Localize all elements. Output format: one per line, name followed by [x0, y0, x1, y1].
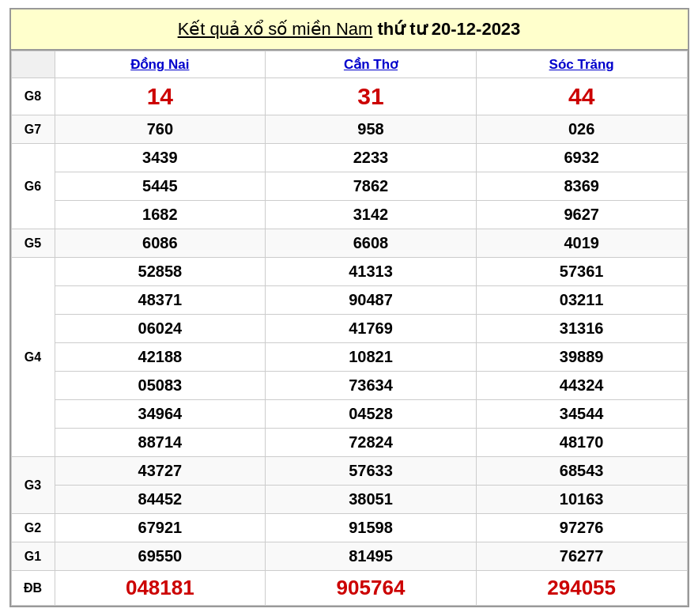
g6-r2-col1: 5445 — [55, 172, 266, 201]
g4-r3-col3: 31316 — [476, 315, 687, 343]
g6-r2-col3: 8369 — [476, 172, 687, 201]
g7-col2: 958 — [266, 115, 477, 144]
table-row: 06024 41769 31316 — [11, 315, 687, 343]
g2-col2: 91598 — [266, 514, 477, 542]
row-label-g7: G7 — [11, 115, 55, 144]
g4-r2-col3: 03211 — [476, 286, 687, 315]
header-thu: thứ tư — [372, 19, 431, 39]
table-row: 05083 73634 44324 — [11, 372, 687, 400]
g4-r4-col3: 39889 — [476, 343, 687, 372]
results-table: Đồng Nai Cần Thơ Sóc Trăng G8 14 31 44 G… — [11, 51, 688, 606]
g7-col1: 760 — [55, 115, 266, 144]
g4-r5-col3: 44324 — [476, 372, 687, 400]
table-row: 5445 7862 8369 — [11, 172, 687, 201]
table-row: 88714 72824 48170 — [11, 429, 687, 457]
db-col3: 294055 — [476, 571, 687, 606]
g6-r3-col2: 3142 — [266, 201, 477, 229]
g3-r1-col2: 57633 — [266, 457, 477, 486]
table-row: G8 14 31 44 — [11, 78, 687, 115]
g4-r7-col2: 72824 — [266, 429, 477, 457]
g1-col3: 76277 — [476, 542, 687, 571]
header-col2: Cần Thơ — [266, 51, 477, 78]
g4-r2-col2: 90487 — [266, 286, 477, 315]
table-row: G7 760 958 026 — [11, 115, 687, 144]
g2-col3: 97276 — [476, 514, 687, 542]
table-row: ĐB 048181 905764 294055 — [11, 571, 687, 606]
g4-r4-col2: 10821 — [266, 343, 477, 372]
table-row: G4 52858 41313 57361 — [11, 258, 687, 286]
g6-r1-col2: 2233 — [266, 144, 477, 172]
row-label-g5: G5 — [11, 229, 55, 258]
g4-r3-col1: 06024 — [55, 315, 266, 343]
header-kq: Kết quả xổ số miền Nam — [178, 19, 373, 39]
g8-col1: 14 — [55, 78, 266, 115]
g2-col1: 67921 — [55, 514, 266, 542]
g4-r2-col1: 48371 — [55, 286, 266, 315]
header-col3: Sóc Trăng — [476, 51, 687, 78]
g4-r6-col3: 34544 — [476, 400, 687, 429]
g3-r1-col1: 43727 — [55, 457, 266, 486]
table-row: 34964 04528 34544 — [11, 400, 687, 429]
table-row: G1 69550 81495 76277 — [11, 542, 687, 571]
g6-r1-col3: 6932 — [476, 144, 687, 172]
g3-r2-col2: 38051 — [266, 486, 477, 514]
g4-r7-col1: 88714 — [55, 429, 266, 457]
main-container: Kết quả xổ số miền Nam thứ tư 20-12-2023… — [9, 8, 689, 607]
table-header-row: Đồng Nai Cần Thơ Sóc Trăng — [11, 51, 687, 78]
g4-r3-col2: 41769 — [266, 315, 477, 343]
table-row: G6 3439 2233 6932 — [11, 144, 687, 172]
page-header: Kết quả xổ số miền Nam thứ tư 20-12-2023 — [11, 9, 688, 51]
g6-r3-col1: 1682 — [55, 201, 266, 229]
header-empty — [11, 51, 55, 78]
g7-col3: 026 — [476, 115, 687, 144]
row-label-g6: G6 — [11, 144, 55, 229]
row-label-db: ĐB — [11, 571, 55, 606]
g1-col1: 69550 — [55, 542, 266, 571]
header-col1: Đồng Nai — [55, 51, 266, 78]
g3-r2-col1: 84452 — [55, 486, 266, 514]
db-col1: 048181 — [55, 571, 266, 606]
g4-r1-col3: 57361 — [476, 258, 687, 286]
g4-r5-col2: 73634 — [266, 372, 477, 400]
g1-col2: 81495 — [266, 542, 477, 571]
table-row: 42188 10821 39889 — [11, 343, 687, 372]
g3-r2-col3: 10163 — [476, 486, 687, 514]
row-label-g3: G3 — [11, 457, 55, 514]
g5-col1: 6086 — [55, 229, 266, 258]
row-label-g4: G4 — [11, 258, 55, 457]
row-label-g8: G8 — [11, 78, 55, 115]
row-label-g1: G1 — [11, 542, 55, 571]
g6-r2-col2: 7862 — [266, 172, 477, 201]
g4-r5-col1: 05083 — [55, 372, 266, 400]
g6-r1-col1: 3439 — [55, 144, 266, 172]
g4-r4-col1: 42188 — [55, 343, 266, 372]
g3-r1-col3: 68543 — [476, 457, 687, 486]
table-row: G3 43727 57633 68543 — [11, 457, 687, 486]
table-row: 48371 90487 03211 — [11, 286, 687, 315]
g6-r3-col3: 9627 — [476, 201, 687, 229]
g5-col2: 6608 — [266, 229, 477, 258]
g8-col3: 44 — [476, 78, 687, 115]
g8-col2: 31 — [266, 78, 477, 115]
row-label-g2: G2 — [11, 514, 55, 542]
table-row: G2 67921 91598 97276 — [11, 514, 687, 542]
g4-r1-col2: 41313 — [266, 258, 477, 286]
db-col2: 905764 — [266, 571, 477, 606]
table-row: G5 6086 6608 4019 — [11, 229, 687, 258]
g4-r6-col2: 04528 — [266, 400, 477, 429]
table-row: 84452 38051 10163 — [11, 486, 687, 514]
g5-col3: 4019 — [476, 229, 687, 258]
header-date: 20-12-2023 — [432, 19, 521, 39]
g4-r1-col1: 52858 — [55, 258, 266, 286]
g4-r6-col1: 34964 — [55, 400, 266, 429]
table-row: 1682 3142 9627 — [11, 201, 687, 229]
g4-r7-col3: 48170 — [476, 429, 687, 457]
